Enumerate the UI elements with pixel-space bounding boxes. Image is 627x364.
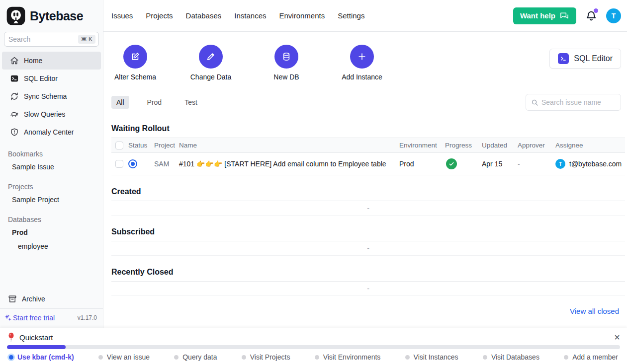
step-view-an-issue[interactable]: View an issue [98,353,150,361]
col-environment: Environment [395,142,441,149]
notifications-button[interactable] [585,10,597,22]
step-label: Add a member [572,353,618,361]
step-query-data[interactable]: Query data [174,353,217,361]
issue-search-input[interactable] [541,98,616,106]
issue-table-header: Status Project Name Environment Progress… [111,138,625,153]
environment-tabs: All Prod Test [111,96,202,109]
close-icon[interactable]: × [614,332,620,342]
sidebar-item-label: Slow Queries [24,110,65,118]
version-text: v1.17.0 [78,314,97,321]
sidebar-item-label: SQL Editor [24,74,58,82]
col-updated: Updated [478,142,514,149]
step-visit-instances[interactable]: Visit Instances [405,353,458,361]
change-data-button[interactable]: Change Data [187,45,235,81]
notification-badge [594,8,598,13]
want-help-label: Want help [520,11,555,20]
issue-approver: - [514,160,551,168]
topnav-environments[interactable]: Environments [279,11,325,20]
select-all-checkbox[interactable] [115,142,123,149]
topnav-instances[interactable]: Instances [234,11,266,20]
section-label: Databases [0,214,103,225]
topnav-projects[interactable]: Projects [146,11,173,20]
step-dot-icon [405,355,410,360]
sidebar-item-sample-issue[interactable]: Sample Issue [0,160,103,174]
step-visit-environments[interactable]: Visit Environments [315,353,381,361]
step-dot-icon [174,355,179,360]
sidebar-item-anomaly-center[interactable]: Anomaly Center [2,123,101,141]
row-checkbox[interactable] [115,160,123,168]
quick-actions: Alter Schema Change Data [111,45,386,81]
user-avatar[interactable]: T [606,8,621,23]
alter-schema-button[interactable]: Alter Schema [111,45,159,81]
bytebase-app: Bytebase ⌘ K Home SQL Editor [0,0,627,364]
tab-test[interactable]: Test [179,96,202,109]
step-visit-databases[interactable]: Visit Databases [483,353,539,361]
assignee-email: t@bytebase.com [569,160,622,168]
sidebar-item-sample-project[interactable]: Sample Project [0,193,103,207]
balloon-icon [7,332,15,342]
search-shortcut-kbd: ⌘ K [78,35,95,44]
topnav-issues[interactable]: Issues [111,11,133,20]
waiting-rollout-title: Waiting Rollout [111,124,625,138]
sidebar-search-input[interactable] [8,35,75,43]
sidebar-item-slow-queries[interactable]: Slow Queries [2,105,101,123]
quickstart-header: Quickstart × [0,328,627,344]
sidebar-section-projects: Projects Sample Project [0,181,103,207]
issue-environment: Prod [395,160,441,168]
step-label: View an issue [107,353,150,361]
step-label: Visit Environments [323,353,381,361]
search-icon [531,99,538,106]
add-instance-button[interactable]: Add Instance [338,45,386,81]
sidebar-item-sql-editor[interactable]: SQL Editor [2,70,101,87]
issue-row[interactable]: SAM #101 👉👉👉 [START HERE] Add email colu… [111,153,625,175]
view-all-closed-link[interactable]: View all closed [570,307,619,315]
tab-all[interactable]: All [111,96,129,109]
quick-action-label: New DB [273,73,299,81]
created-title: Created [111,187,625,201]
section-label: Bookmarks [0,148,103,160]
sidebar-item-label: Anomaly Center [24,128,74,136]
topnav-settings[interactable]: Settings [338,11,364,20]
step-dot-icon [315,355,319,360]
quick-action-label: Add Instance [342,73,382,81]
subscribed-title: Subscribed [111,227,625,241]
sidebar-item-prod[interactable]: Prod [0,225,103,239]
issue-name[interactable]: #101 👉👉👉 [START HERE] Add email column t… [175,160,395,168]
status-open-icon [128,159,137,168]
quickstart-steps: Use kbar (cmd-k) View an issue Query dat… [0,349,627,361]
step-add-a-member[interactable]: Add a member [564,353,618,361]
check-circle-icon [446,158,457,169]
want-help-button[interactable]: Want help [513,7,576,24]
sidebar-item-home[interactable]: Home [2,52,101,70]
topbar-right: Want help T [513,7,621,24]
plus-icon [350,45,374,69]
sidebar-search[interactable]: ⌘ K [4,32,99,47]
new-db-button[interactable]: New DB [263,45,310,81]
sql-editor-button[interactable]: SQL Editor [549,49,621,69]
step-dot-icon [9,355,13,360]
quickstart-progress-track [7,345,620,349]
progress-cell [441,158,478,169]
start-free-trial-link[interactable]: Start free trial [4,314,55,322]
topnav-databases[interactable]: Databases [186,11,222,20]
step-use-kbar[interactable]: Use kbar (cmd-k) [9,353,74,361]
assignee-cell: T t@bytebase.com [551,159,625,169]
sidebar-item-archive[interactable]: Archive [0,290,103,308]
sidebar-item-sync-schema[interactable]: Sync Schema [2,87,101,105]
home-content: Alter Schema Change Data [103,45,627,316]
tab-prod[interactable]: Prod [142,96,167,109]
issue-search[interactable] [526,94,621,111]
trial-label: Start free trial [13,314,55,322]
terminal-icon [10,74,19,83]
brand-name: Bytebase [30,9,83,23]
bytebase-logo-icon [6,6,26,26]
step-visit-projects[interactable]: Visit Projects [242,353,290,361]
issue-project: SAM [150,160,175,168]
issue-updated: Apr 15 [478,160,514,168]
brand-logo[interactable]: Bytebase [0,0,103,31]
shield-icon [10,128,19,137]
sidebar-item-employee-db[interactable]: employee [0,239,103,253]
archive-label: Archive [22,295,45,303]
step-dot-icon [98,355,103,360]
top-bar: Issues Projects Databases Instances Envi… [103,0,627,32]
